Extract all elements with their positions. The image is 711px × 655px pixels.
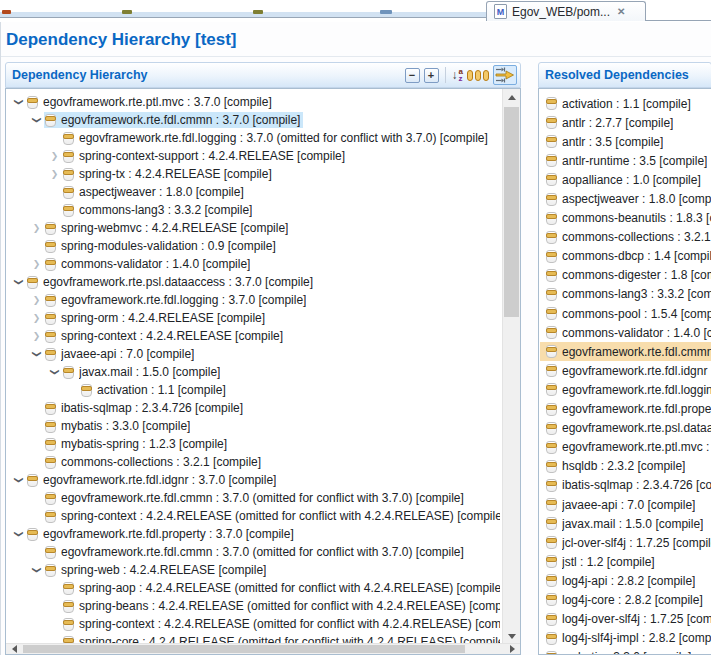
resolved-item-highlighted[interactable]: egovframework.rte.fdl.cmmn : 3.7.0 [comp…: [540, 342, 711, 361]
horizontal-scrollbar-thumb[interactable]: [23, 645, 465, 653]
tree-row[interactable]: ❯spring-web : 4.2.4.RELEASE [compile]: [7, 561, 503, 579]
tree-row-content[interactable]: spring-beans : 4.2.4.RELEASE (omitted fo…: [62, 598, 503, 614]
tree-row[interactable]: spring-context : 4.2.4.RELEASE (omitted …: [7, 507, 503, 525]
collapse-arrow-icon[interactable]: ❯: [14, 275, 24, 290]
resolved-item[interactable]: log4j-core : 2.8.2 [compile]: [540, 590, 711, 609]
tree-row-content[interactable]: spring-tx : 4.2.4.RELEASE [compile]: [62, 166, 275, 182]
scroll-right-button[interactable]: [504, 644, 520, 654]
resolved-item[interactable]: jcl-over-slf4j : 1.7.25 [compile]: [540, 533, 711, 552]
resolved-item[interactable]: activation : 1.1 [compile]: [540, 94, 711, 113]
tree-row-content[interactable]: spring-webmvc : 4.2.4.RELEASE [compile]: [44, 220, 291, 236]
tree-row-content[interactable]: activation : 1.1 [compile]: [80, 382, 229, 398]
vertical-scrollbar-thumb[interactable]: [504, 107, 519, 317]
tree-row-content[interactable]: egovframework.rte.fdl.logging : 3.7.0 [c…: [44, 292, 309, 308]
scroll-up-button[interactable]: [503, 89, 520, 105]
tree-row-content[interactable]: ibatis-sqlmap : 2.3.4.726 [compile]: [44, 400, 246, 416]
tree-row-content[interactable]: egovframework.rte.fdl.cmmn : 3.7.0 (omit…: [44, 544, 467, 560]
tree-row[interactable]: mybatis-spring : 1.2.3 [compile]: [7, 435, 503, 453]
tree-row[interactable]: spring-context : 4.2.4.RELEASE (omitted …: [7, 615, 503, 633]
resolved-item[interactable]: mybatis : 3.3.0 [compile]: [540, 648, 711, 654]
tree-row[interactable]: egovframework.rte.fdl.logging : 3.7.0 (o…: [7, 129, 503, 147]
resolved-item[interactable]: antlr-runtime : 3.5 [compile]: [540, 151, 711, 170]
resolved-item[interactable]: jstl : 1.2 [compile]: [540, 552, 711, 571]
resolved-item[interactable]: hsqldb : 2.3.2 [compile]: [540, 457, 711, 476]
resolved-item[interactable]: aopalliance : 1.0 [compile]: [540, 170, 711, 189]
collapse-arrow-icon[interactable]: ❯: [14, 527, 24, 542]
collapse-arrow-icon[interactable]: ❯: [32, 347, 42, 362]
resolved-item[interactable]: antlr : 3.5 [compile]: [540, 132, 711, 151]
tree-row-content[interactable]: spring-context : 4.2.4.RELEASE (omitted …: [44, 508, 503, 524]
close-icon[interactable]: ✕: [617, 6, 625, 17]
tree-row[interactable]: commons-lang3 : 3.3.2 [compile]: [7, 201, 503, 219]
resolved-item[interactable]: egovframework.rte.fdl.logging : 3.7.0 [c…: [540, 380, 711, 399]
resolved-item[interactable]: egovframework.rte.psl.dataaccess : 3.7.0…: [540, 419, 711, 438]
resolved-item[interactable]: commons-collections : 3.2.1 [compile]: [540, 228, 711, 247]
collapse-arrow-icon[interactable]: ❯: [14, 473, 24, 488]
expand-arrow-icon[interactable]: ❯: [29, 313, 44, 323]
tree-row-content[interactable]: javax.mail : 1.5.0 [compile]: [62, 364, 223, 380]
editor-tab-pom[interactable]: M Egov_WEB/pom... ✕: [486, 1, 646, 21]
scroll-down-button[interactable]: [503, 628, 520, 644]
resolved-item[interactable]: log4j-slf4j-impl : 2.8.2 [compile]: [540, 629, 711, 648]
tree-row-content[interactable]: spring-web : 4.2.4.RELEASE [compile]: [44, 562, 269, 578]
tree-row[interactable]: ❯javaee-api : 7.0 [compile]: [7, 345, 503, 363]
resolved-item[interactable]: log4j-api : 2.8.2 [compile]: [540, 571, 711, 590]
resolved-item[interactable]: egovframework.rte.ptl.mvc : 3.7.0 [compi…: [540, 438, 711, 457]
tree-row[interactable]: aspectjweaver : 1.8.0 [compile]: [7, 183, 503, 201]
lock-hierarchy-filter-icon[interactable]: [493, 65, 517, 85]
horizontal-scrollbar[interactable]: [6, 643, 520, 654]
tree-row-content[interactable]: spring-context : 4.2.4.RELEASE [compile]: [44, 328, 286, 344]
tree-row-content[interactable]: spring-context : 4.2.4.RELEASE (omitted …: [62, 616, 503, 632]
tree-row[interactable]: commons-collections : 3.2.1 [compile]: [7, 453, 503, 471]
tree-row-content[interactable]: egovframework.rte.fdl.cmmn : 3.7.0 (omit…: [44, 490, 467, 506]
resolved-item[interactable]: ibatis-sqlmap : 2.3.4.726 [compile]: [540, 476, 711, 495]
vertical-scrollbar[interactable]: [502, 89, 520, 644]
tree-row-content[interactable]: commons-collections : 3.2.1 [compile]: [44, 454, 264, 470]
expand-arrow-icon[interactable]: ❯: [29, 223, 44, 233]
tree-row[interactable]: ❯spring-tx : 4.2.4.RELEASE [compile]: [7, 165, 503, 183]
sort-alphabetically-icon[interactable]: ↓ az: [452, 68, 463, 82]
tree-row[interactable]: ❯egovframework.rte.psl.dataaccess : 3.7.…: [7, 273, 503, 291]
selected-tree-row-content[interactable]: egovframework.rte.fdl.cmmn : 3.7.0 [comp…: [44, 112, 303, 128]
tree-row-content[interactable]: egovframework.rte.psl.dataaccess : 3.7.0…: [26, 274, 316, 290]
tree-row[interactable]: ❯egovframework.rte.fdl.property : 3.7.0 …: [7, 525, 503, 543]
tree-row-content[interactable]: mybatis-spring : 1.2.3 [compile]: [44, 436, 230, 452]
tree-row[interactable]: ❯egovframework.rte.ptl.mvc : 3.7.0 [comp…: [7, 93, 503, 111]
resolved-item[interactable]: egovframework.rte.fdl.property : 3.7.0 […: [540, 400, 711, 419]
tree-row-content[interactable]: egovframework.rte.ptl.mvc : 3.7.0 [compi…: [26, 94, 275, 110]
tree-row-content[interactable]: aspectjweaver : 1.8.0 [compile]: [62, 184, 247, 200]
expand-arrow-icon[interactable]: ❯: [29, 259, 44, 269]
scroll-left-button[interactable]: [6, 644, 22, 654]
tree-row-content[interactable]: egovframework.rte.fdl.idgnr : 3.7.0 [com…: [26, 472, 279, 488]
collapse-arrow-icon[interactable]: ❯: [32, 113, 42, 128]
resolved-item[interactable]: egovframework.rte.fdl.idgnr : 3.7.0 [com…: [540, 361, 711, 380]
tree-row-content[interactable]: commons-validator : 1.4.0 [compile]: [44, 256, 253, 272]
resolved-item[interactable]: javax.mail : 1.5.0 [compile]: [540, 514, 711, 533]
tree-row-content[interactable]: commons-lang3 : 3.3.2 [compile]: [62, 202, 255, 218]
resolved-item[interactable]: commons-validator : 1.4.0 [compile]: [540, 323, 711, 342]
resolved-item[interactable]: aspectjweaver : 1.8.0 [compile]: [540, 189, 711, 208]
tree-row[interactable]: ❯egovframework.rte.fdl.idgnr : 3.7.0 [co…: [7, 471, 503, 489]
collapse-arrow-icon[interactable]: ❯: [14, 95, 24, 110]
expand-arrow-icon[interactable]: ❯: [29, 295, 44, 305]
tree-row[interactable]: egovframework.rte.fdl.cmmn : 3.7.0 (omit…: [7, 489, 503, 507]
tree-row[interactable]: spring-aop : 4.2.4.RELEASE (omitted for …: [7, 579, 503, 597]
tree-row[interactable]: ❯egovframework.rte.fdl.logging : 3.7.0 […: [7, 291, 503, 309]
tree-row[interactable]: activation : 1.1 [compile]: [7, 381, 503, 399]
resolved-item[interactable]: commons-beanutils : 1.8.3 [compile]: [540, 209, 711, 228]
tree-row[interactable]: ibatis-sqlmap : 2.3.4.726 [compile]: [7, 399, 503, 417]
tree-row[interactable]: ❯spring-context : 4.2.4.RELEASE [compile…: [7, 327, 503, 345]
tree-row[interactable]: ❯spring-orm : 4.2.4.RELEASE [compile]: [7, 309, 503, 327]
resolved-item[interactable]: commons-dbcp : 1.4 [compile]: [540, 247, 711, 266]
tree-row[interactable]: egovframework.rte.fdl.cmmn : 3.7.0 (omit…: [7, 543, 503, 561]
tree-row-content[interactable]: spring-context-support : 4.2.4.RELEASE […: [62, 148, 348, 164]
resolved-item[interactable]: commons-pool : 1.5.4 [compile]: [540, 304, 711, 323]
tree-row[interactable]: ❯javax.mail : 1.5.0 [compile]: [7, 363, 503, 381]
collapse-all-icon[interactable]: −: [405, 68, 420, 83]
tree-row[interactable]: ❯spring-webmvc : 4.2.4.RELEASE [compile]: [7, 219, 503, 237]
collapse-arrow-icon[interactable]: ❯: [50, 365, 60, 380]
tree-row[interactable]: ❯commons-validator : 1.4.0 [compile]: [7, 255, 503, 273]
resolved-item[interactable]: antlr : 2.7.7 [compile]: [540, 113, 711, 132]
resolved-item[interactable]: javaee-api : 7.0 [compile]: [540, 495, 711, 514]
tree-row[interactable]: spring-beans : 4.2.4.RELEASE (omitted fo…: [7, 597, 503, 615]
